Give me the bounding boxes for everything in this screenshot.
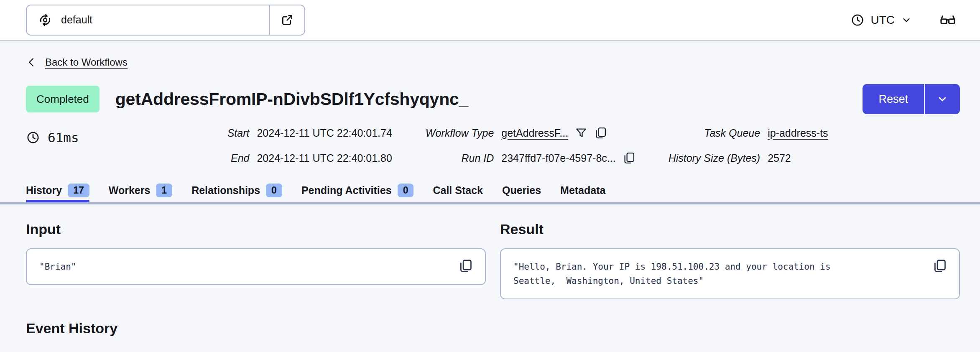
detail-value-end: 2024-12-11 UTC 22:40:01.80 xyxy=(257,152,392,164)
result-codebox: "Hello, Brian. Your IP is 198.51.100.23 … xyxy=(500,248,960,299)
workflow-duration: 61ms xyxy=(26,130,79,145)
tab-label: History xyxy=(26,184,62,196)
tab-label: Metadata xyxy=(560,184,605,196)
event-history-heading: Event History xyxy=(26,320,960,337)
tab-label: Workers xyxy=(109,184,151,196)
tab-count-badge: 0 xyxy=(266,184,282,197)
tab-label: Queries xyxy=(502,184,541,196)
copy-icon xyxy=(458,259,472,273)
copy-icon xyxy=(594,127,607,139)
detail-value-start: 2024-12-11 UTC 22:40:01.74 xyxy=(257,127,392,139)
copy-icon xyxy=(623,152,635,164)
chevron-down-icon xyxy=(901,14,912,26)
tab-count-badge: 1 xyxy=(156,184,172,197)
workflow-header: Completed getAddressFromIP-nDivbSDlf1Ycf… xyxy=(26,84,960,114)
input-content: "Brian" xyxy=(39,260,449,274)
run-id-value: 2347ffd7-f07e-4597-8c... xyxy=(501,152,615,164)
task-queue-link[interactable]: ip-address-ts xyxy=(768,127,828,139)
detail-col-ids: Workflow Type getAddressF... xyxy=(426,127,635,164)
reset-split-button: Reset xyxy=(863,84,960,114)
workflow-stats-row: 61ms Start 2024-12-11 UTC 22:40:01.74 En… xyxy=(26,127,960,164)
tab-pending-activities[interactable]: Pending Activities 0 xyxy=(301,184,414,202)
tab-label: Pending Activities xyxy=(301,184,392,196)
top-bar: default UTC xyxy=(0,0,980,41)
workflow-type-copy-button[interactable] xyxy=(594,127,607,139)
result-content: "Hello, Brian. Your IP is 198.51.100.23 … xyxy=(513,260,923,288)
duration-value: 61ms xyxy=(48,130,79,145)
namespace-switcher-icon xyxy=(38,13,53,28)
reset-dropdown-toggle[interactable] xyxy=(925,84,960,114)
tab-call-stack[interactable]: Call Stack xyxy=(433,184,483,202)
workflow-type-link[interactable]: getAddressF... xyxy=(501,127,568,139)
chevron-left-icon xyxy=(26,56,38,68)
tab-count-badge: 17 xyxy=(68,184,89,197)
tab-label: Call Stack xyxy=(433,184,483,196)
result-heading: Result xyxy=(500,221,960,237)
workflow-title: getAddressFromIP-nDivbSDlf1Ycfshyqync_ xyxy=(115,89,469,109)
namespace-name: default xyxy=(61,14,92,26)
tab-count-badge: 0 xyxy=(398,184,414,197)
workflow-detail-page: Back to Workflows Completed getAddressFr… xyxy=(0,41,980,337)
namespace-open-button[interactable] xyxy=(270,5,304,35)
input-codebox: "Brian" xyxy=(26,248,486,285)
namespace-selector[interactable]: default xyxy=(26,5,305,36)
tab-label: Relationships xyxy=(191,184,260,196)
input-copy-button[interactable] xyxy=(458,259,472,273)
detail-label-run-id: Run ID xyxy=(426,152,494,164)
detail-col-queue: Task Queue ip-address-ts History Size (B… xyxy=(669,127,828,164)
clock-icon xyxy=(850,13,865,27)
timezone-dropdown[interactable]: UTC xyxy=(848,13,915,28)
detail-label-history-size: History Size (Bytes) xyxy=(669,152,760,164)
workflow-type-filter-button[interactable] xyxy=(575,127,587,139)
back-link-label: Back to Workflows xyxy=(45,56,128,68)
chevron-down-icon xyxy=(936,93,949,105)
status-badge: Completed xyxy=(26,86,100,112)
input-panel: Input "Brian" xyxy=(26,221,486,299)
workflow-details-grid: Start 2024-12-11 UTC 22:40:01.74 End 202… xyxy=(227,127,828,164)
workflow-tabs: History 17 Workers 1 Relationships 0 Pen… xyxy=(26,184,960,202)
detail-label-task-queue: Task Queue xyxy=(669,127,760,139)
external-link-icon xyxy=(280,13,294,27)
namespace-selector-value[interactable]: default xyxy=(27,5,270,35)
back-to-workflows-link[interactable]: Back to Workflows xyxy=(26,56,128,68)
detail-label-start: Start xyxy=(227,127,250,139)
history-size-value: 2572 xyxy=(768,152,828,164)
tab-queries[interactable]: Queries xyxy=(502,184,541,202)
reset-button[interactable]: Reset xyxy=(863,84,925,114)
tab-relationships[interactable]: Relationships 0 xyxy=(191,184,282,202)
top-bar-controls: UTC xyxy=(848,11,957,29)
timezone-label: UTC xyxy=(870,13,895,27)
copy-icon xyxy=(932,259,947,273)
glasses-icon xyxy=(939,11,957,29)
input-heading: Input xyxy=(26,221,486,237)
labs-mode-button[interactable] xyxy=(939,11,957,29)
tab-history[interactable]: History 17 xyxy=(26,184,89,202)
tabs-divider xyxy=(0,202,980,204)
result-copy-button[interactable] xyxy=(932,259,947,273)
run-id-copy-button[interactable] xyxy=(623,152,635,164)
detail-col-times: Start 2024-12-11 UTC 22:40:01.74 End 202… xyxy=(227,127,392,164)
input-result-panels: Input "Brian" Result "Hello, Brian. Your… xyxy=(26,221,960,299)
filter-funnel-icon xyxy=(575,127,587,139)
result-panel: Result "Hello, Brian. Your IP is 198.51.… xyxy=(500,221,960,299)
tab-metadata[interactable]: Metadata xyxy=(560,184,605,202)
detail-label-workflow-type: Workflow Type xyxy=(426,127,494,139)
detail-label-end: End xyxy=(227,152,250,164)
tab-workers[interactable]: Workers 1 xyxy=(109,184,172,202)
clock-icon xyxy=(26,130,40,145)
